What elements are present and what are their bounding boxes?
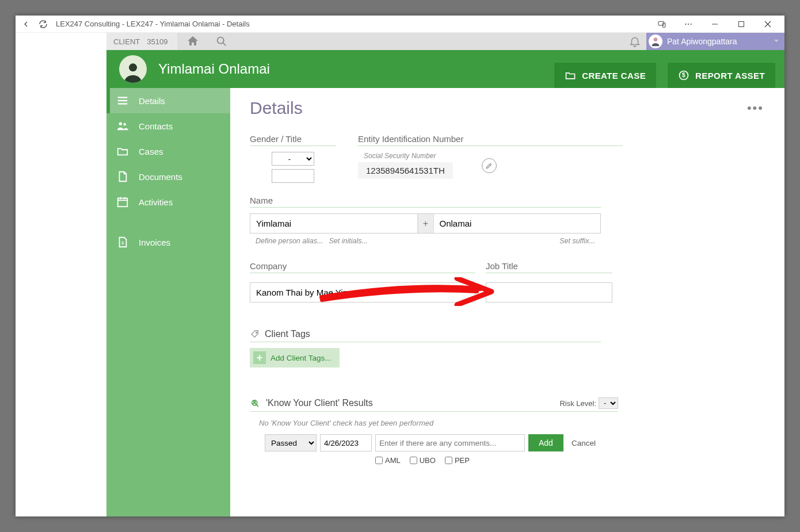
suffix-link[interactable]: Set suffix... — [559, 237, 595, 245]
more-icon[interactable] — [675, 16, 702, 33]
sidebar-item-details[interactable]: Details — [106, 88, 230, 113]
svg-point-19 — [123, 123, 126, 126]
kyc-aml-checkbox[interactable]: AML — [375, 456, 401, 465]
tag-icon — [250, 329, 260, 339]
initials-link[interactable]: Set initials... — [329, 237, 367, 245]
gender-select[interactable]: - — [272, 152, 314, 166]
svg-rect-0 — [658, 21, 664, 25]
svg-rect-20 — [118, 198, 128, 207]
more-actions-button[interactable]: ••• — [747, 101, 764, 116]
svg-point-2 — [685, 23, 686, 24]
sidebar-item-label: Cases — [139, 147, 163, 156]
notifications-icon[interactable] — [623, 33, 646, 50]
kyc-add-button[interactable]: Add — [528, 434, 563, 451]
sidebar-item-label: Activities — [139, 197, 173, 207]
sidebar-item-label: Documents — [139, 172, 182, 182]
risk-level-select[interactable]: - — [599, 397, 618, 409]
sidebar-item-label: Invoices — [139, 238, 170, 247]
window-title: LEX247 Consulting - LEX247 - Yimlamai On… — [56, 20, 641, 28]
kyc-status-select[interactable]: Passed — [265, 434, 317, 451]
svg-line-10 — [223, 43, 226, 45]
ssn-value: 12358945641531TH — [358, 162, 453, 179]
home-button[interactable] — [178, 33, 207, 50]
sidebar-item-label: Contacts — [139, 121, 173, 131]
record-header: Yimlamai Onlamai CREATE CASE $ REPORT AS… — [106, 50, 784, 88]
sidebar-item-cases[interactable]: Cases — [106, 139, 230, 164]
person-avatar — [119, 55, 147, 83]
user-name: Pat Apiwongpattara — [667, 37, 737, 46]
company-label: Company — [250, 261, 475, 273]
edit-ein-button[interactable] — [482, 158, 497, 173]
svg-point-4 — [691, 23, 692, 24]
kyc-label: 'Know Your Client' Results — [266, 398, 373, 408]
search-button[interactable] — [207, 33, 236, 50]
svg-point-3 — [688, 23, 689, 24]
sidebar-item-activities[interactable]: Activities — [106, 189, 230, 215]
ein-label: Entity Identification Number — [358, 134, 623, 146]
sidebar: Details Contacts Cases Documents Activit… — [106, 88, 230, 516]
client-label: CLIENT — [113, 37, 140, 46]
sidebar-item-invoices[interactable]: $ Invoices — [106, 229, 230, 255]
folder-icon — [116, 144, 129, 158]
risk-label: Risk Level: — [559, 399, 596, 408]
add-name-part-button[interactable]: + — [418, 214, 434, 233]
person-name: Yimlamai Onlamai — [158, 61, 270, 77]
title-input[interactable] — [272, 169, 314, 183]
svg-rect-6 — [739, 21, 744, 26]
ssn-label: Social Security Number — [364, 152, 453, 160]
minimize-icon[interactable] — [702, 16, 728, 33]
alias-link[interactable]: Define person alias... — [256, 237, 323, 245]
svg-text:$: $ — [121, 240, 124, 246]
titlebar: LEX247 Consulting - LEX247 - Yimlamai On… — [16, 16, 784, 33]
gender-label: Gender / Title — [250, 134, 336, 146]
close-icon[interactable] — [755, 16, 781, 33]
add-client-tags-button[interactable]: + Add Client Tags... — [250, 348, 340, 368]
kyc-empty-note: No 'Know Your Client' check has yet been… — [259, 419, 618, 427]
svg-point-11 — [654, 37, 658, 41]
kyc-cancel-link[interactable]: Cancel — [572, 439, 596, 447]
devices-icon[interactable] — [649, 16, 675, 33]
client-id: 35109 — [147, 37, 167, 46]
chevron-down-icon — [773, 37, 780, 46]
svg-text:$: $ — [682, 72, 685, 78]
kyc-date-input[interactable] — [320, 434, 372, 451]
name-label: Name — [250, 196, 601, 208]
svg-point-18 — [119, 123, 123, 126]
refresh-icon[interactable] — [39, 20, 48, 29]
client-tab[interactable]: CLIENT 35109 — [106, 33, 178, 50]
first-name-input[interactable] — [250, 214, 418, 233]
kyc-pep-checkbox[interactable]: PEP — [445, 456, 470, 465]
svg-line-27 — [257, 405, 258, 407]
company-input[interactable] — [250, 282, 475, 303]
report-asset-label: REPORT ASSET — [695, 71, 765, 81]
app-window: LEX247 Consulting - LEX247 - Yimlamai On… — [16, 16, 784, 516]
create-case-label: CREATE CASE — [582, 71, 646, 81]
svg-point-25 — [256, 332, 257, 333]
kyc-ubo-checkbox[interactable]: UBO — [410, 456, 436, 465]
client-tags-label: Client Tags — [265, 329, 310, 339]
list-icon — [116, 94, 129, 108]
report-asset-button[interactable]: $ REPORT ASSET — [668, 63, 775, 88]
topbar: CLIENT 35109 Pat Apiwongpattara — [106, 33, 784, 50]
user-menu[interactable]: Pat Apiwongpattara — [646, 33, 784, 50]
calendar-icon — [116, 195, 129, 209]
svg-point-12 — [129, 63, 137, 71]
jobtitle-label: Job Title — [486, 261, 612, 273]
svg-point-28 — [254, 401, 256, 403]
invoice-icon: $ — [116, 235, 129, 249]
sidebar-item-contacts[interactable]: Contacts — [106, 113, 230, 139]
people-icon — [116, 119, 129, 133]
last-name-input[interactable] — [434, 214, 601, 233]
avatar — [649, 35, 662, 48]
svg-point-9 — [218, 37, 224, 44]
document-icon — [116, 170, 129, 183]
maximize-icon[interactable] — [728, 16, 755, 33]
plus-icon: + — [253, 351, 266, 364]
back-icon[interactable] — [21, 20, 31, 29]
sidebar-item-documents[interactable]: Documents — [106, 164, 230, 189]
add-tags-label: Add Client Tags... — [271, 354, 332, 362]
jobtitle-input[interactable] — [486, 282, 612, 303]
create-case-button[interactable]: CREATE CASE — [554, 63, 656, 88]
kyc-comments-input[interactable] — [375, 434, 525, 451]
kyc-icon — [250, 398, 260, 408]
